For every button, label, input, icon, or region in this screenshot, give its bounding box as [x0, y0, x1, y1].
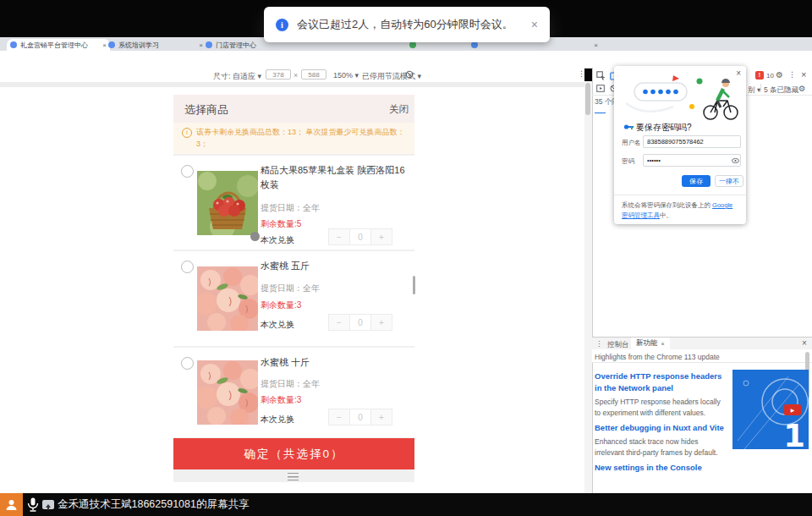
product-stock: 剩余数量:3	[261, 299, 301, 311]
cyclist-illustration	[621, 74, 739, 122]
modal-scrollbar-thumb[interactable]	[413, 276, 415, 294]
product-image	[197, 354, 258, 431]
product-card: 精品大果85苹果礼盒装 陕西洛阳16枚装 提货日期：全年 剩余数量:5 本次兑换…	[173, 156, 414, 250]
product-radio[interactable]	[181, 261, 194, 273]
quantity-stepper: − 0 +	[329, 314, 392, 331]
stepper-value[interactable]: 0	[349, 228, 371, 245]
product-stock: 剩余数量:3	[261, 394, 301, 406]
presenter-tile[interactable]	[0, 493, 23, 516]
inspect-icon[interactable]	[596, 71, 606, 80]
whatsnew-desc: Enhanced stack trace now hides irrelevan…	[595, 436, 728, 458]
username-label: 用户名	[622, 139, 641, 147]
devtools-settings-icon[interactable]: ⚙	[776, 71, 783, 80]
exchange-label: 本次兑换	[261, 414, 294, 425]
product-name: 精品大果85苹果礼盒装 陕西洛阳16枚装	[261, 163, 409, 192]
product-image	[197, 258, 258, 338]
product-name: 水蜜桃 五斤	[261, 259, 409, 273]
save-password-dialog: × 要保存密码吗? 用户名 密码	[614, 66, 746, 224]
page-scrollbar-thumb[interactable]	[585, 83, 590, 115]
meeting-toast: i 会议已超过2人，自动转为60分钟限时会议。 ×	[264, 7, 550, 42]
whatsnew-link[interactable]: Override HTTP response headers in the Ne…	[595, 371, 730, 394]
username-field[interactable]	[643, 135, 741, 148]
password-label: 密码	[622, 157, 634, 166]
whatsnew-header: Highlights from the Chrome 113 update	[595, 353, 720, 361]
device-bar-kebab-icon[interactable]: ⋮	[578, 70, 585, 78]
drag-handle[interactable]	[288, 473, 299, 480]
device-zoom-dropdown[interactable]: 150% ▾	[333, 71, 359, 80]
viewport-height-input[interactable]	[301, 69, 326, 80]
version-number: 1	[783, 418, 805, 449]
exchange-label: 本次兑换	[261, 319, 294, 331]
devtools-kebab-icon[interactable]: ⋮	[788, 71, 796, 79]
dialog-title: 要保存密码吗?	[636, 122, 692, 134]
hidden-messages-label[interactable]: 5 条已隐藏	[764, 85, 798, 96]
dimension-times: ×	[294, 71, 298, 80]
stepper-plus-button[interactable]: +	[370, 228, 392, 245]
drawer-close-icon[interactable]: ×	[802, 339, 807, 348]
save-button[interactable]: 保存	[682, 175, 710, 187]
quantity-stepper: − 0 +	[329, 409, 392, 425]
modal-title: 选择商品	[184, 102, 228, 118]
viewport-width-input[interactable]	[266, 69, 291, 80]
apple-gift-box-photo	[197, 171, 258, 235]
screen: 礼盒营销平台管理中心 × 系统培训学习 × 门店管理中心 × + – × ← →	[0, 0, 812, 516]
devtools-close-icon[interactable]: ×	[801, 70, 806, 80]
stepper-value[interactable]: 0	[349, 314, 371, 331]
throttle-off-icon[interactable]	[405, 70, 414, 79]
whatsnew-desc: Specify HTTP response headers locally to…	[595, 397, 728, 419]
product-name: 水蜜桃 十斤	[261, 355, 409, 370]
log-level-dropdown[interactable]: 别 ▾	[748, 85, 760, 96]
whatsnew-graphic: ▶ 1	[732, 370, 809, 449]
coupon-notice: i 该券卡剩余兑换商品总数：13； 单次提货最少可兑换商品数：3；	[173, 123, 414, 154]
error-badge[interactable]: !	[755, 71, 764, 80]
dialog-divider	[614, 195, 746, 195]
peach-photo	[197, 266, 258, 331]
tab-label: 礼盒营销平台管理中心	[20, 41, 99, 50]
screen-share-icon	[42, 500, 54, 509]
console-settings-icon[interactable]: ⚙	[798, 85, 806, 93]
whatsnew-link[interactable]: New settings in the Console	[595, 462, 730, 474]
dialog-footer: 系统会将密码保存到此设备上的 Google 密码管理工具中。	[622, 200, 740, 222]
password-manager-key-icon	[623, 123, 634, 131]
frame-selector-icon[interactable]	[596, 85, 605, 92]
stepper-minus-button[interactable]: −	[328, 228, 350, 245]
stepper-minus-button[interactable]: −	[328, 409, 350, 425]
notice-text: 该券卡剩余兑换商品总数：13； 单次提货最少可兑换商品数：3；	[196, 127, 406, 154]
product-radio[interactable]	[181, 357, 194, 370]
stepper-plus-button[interactable]: +	[370, 314, 392, 331]
notice-info-icon: i	[182, 128, 192, 138]
tab-gift-platform[interactable]: 礼盒营销平台管理中心 ×	[7, 39, 110, 51]
stepper-plus-button[interactable]: +	[370, 409, 392, 425]
drawer-tab-close-icon[interactable]: ×	[661, 341, 665, 347]
product-pickup-date: 提货日期：全年	[261, 283, 320, 294]
person-icon	[5, 498, 18, 511]
toolbar-divider	[760, 84, 761, 92]
mic-icon[interactable]	[27, 497, 39, 512]
stepper-minus-button[interactable]: −	[328, 314, 350, 331]
stepper-value[interactable]: 0	[349, 409, 371, 425]
confirm-button[interactable]: 确定（共选择0）	[173, 438, 414, 469]
favicon	[471, 41, 478, 48]
password-field[interactable]	[643, 154, 741, 167]
product-pickup-date: 提货日期：全年	[261, 202, 320, 214]
info-icon: i	[276, 19, 288, 31]
eye-icon[interactable]	[732, 158, 739, 163]
product-stock: 剩余数量:5	[261, 218, 301, 230]
device-emulation-bar: 尺寸: 自适应 ▾ × 150% ▾ 已停用节流模式 ▾ ⋮	[0, 68, 584, 82]
play-icon[interactable]: ▶	[784, 404, 801, 415]
drawer-kebab-icon[interactable]: ⋮	[595, 340, 603, 348]
whatsnew-link[interactable]: Better debugging in Nuxt and Vite	[595, 422, 730, 434]
page-scrollbar[interactable]	[584, 81, 592, 493]
product-radio[interactable]	[181, 165, 194, 178]
favicon	[206, 41, 212, 48]
toast-close-icon[interactable]: ×	[531, 18, 538, 31]
tab-close-icon[interactable]: ×	[594, 41, 598, 49]
quantity-stepper: − 0 +	[329, 228, 392, 245]
never-button[interactable]: 一律不	[715, 175, 743, 187]
mouse-cursor-dot	[250, 232, 260, 241]
tab-label: 系统培训学习	[118, 41, 195, 50]
tab-training[interactable]: 系统培训学习 ×	[105, 39, 206, 51]
drawer-tab-whatsnew[interactable]: 新功能 ×	[631, 338, 670, 349]
console-link-fragment[interactable]	[595, 107, 606, 113]
modal-close-button[interactable]: 关闭	[389, 103, 409, 116]
